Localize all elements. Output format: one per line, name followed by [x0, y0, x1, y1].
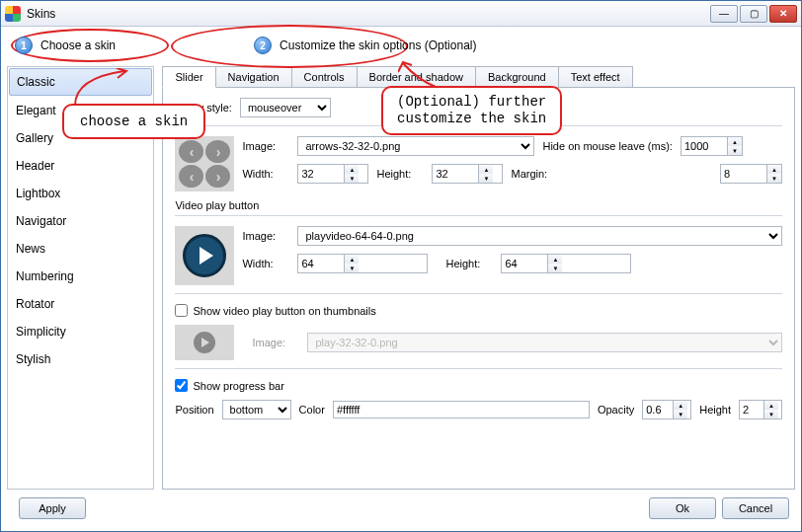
arrow-height-label: Height:: [376, 168, 424, 180]
progress-height-label: Height: [699, 404, 731, 416]
arrow-left-icon: ‹: [179, 165, 203, 188]
arrow-width-spinner[interactable]: ▲▼: [297, 164, 368, 184]
arrows-preview: ‹› ‹›: [175, 136, 234, 191]
step-2: 2 Customize the skin options (Optional): [254, 37, 476, 54]
video-image-select[interactable]: playvideo-64-64-0.png: [297, 226, 782, 246]
video-play-preview: [175, 226, 234, 285]
progress-opacity-spinner[interactable]: ▲▼: [642, 400, 691, 419]
app-icon: [5, 6, 21, 22]
small-play-icon: [194, 332, 215, 353]
video-height-spinner[interactable]: ▲▼: [501, 254, 631, 273]
thumb-play-checkbox[interactable]: [175, 304, 188, 317]
window-title: Skins: [27, 7, 710, 21]
skin-item-numbering[interactable]: Numbering: [8, 263, 153, 290]
tab-background[interactable]: Background: [475, 66, 559, 88]
dialog-footer: Apply Ok Cancel: [7, 490, 795, 525]
video-width-label: Width:: [242, 258, 289, 269]
arrow-image-label: Image:: [242, 140, 289, 152]
ok-button[interactable]: Ok: [649, 497, 716, 519]
arrow-margin-label: Margin:: [511, 168, 558, 180]
tab-controls[interactable]: Controls: [291, 66, 358, 88]
progress-color-label: Color: [299, 404, 325, 416]
skin-item-simplicity[interactable]: Simplicity: [8, 318, 153, 345]
skin-list[interactable]: ClassicElegantGalleryHeaderLightboxNavig…: [7, 66, 154, 490]
skin-item-news[interactable]: News: [8, 235, 153, 263]
skins-dialog: Skins — ▢ ✕ choose a skin (Optional) fur…: [0, 0, 802, 532]
video-image-label: Image:: [242, 230, 289, 242]
progress-opacity-label: Opacity: [598, 404, 634, 416]
step-1-badge: 1: [15, 37, 33, 54]
progress-checkbox[interactable]: [175, 379, 188, 392]
thumb-play-image-select: play-32-32-0.png: [307, 333, 782, 352]
progress-position-label: Position: [175, 404, 213, 416]
step-1: 1 Choose a skin: [15, 37, 116, 54]
video-width-spinner[interactable]: ▲▼: [297, 254, 428, 273]
progress-height-spinner[interactable]: ▲▼: [739, 400, 782, 419]
steps-header: 1 Choose a skin 2 Customize the skin opt…: [7, 33, 795, 66]
titlebar: Skins — ▢ ✕: [1, 1, 801, 27]
step-1-label: Choose a skin: [40, 38, 116, 52]
thumb-play-preview: [175, 325, 234, 360]
progress-position-select[interactable]: bottom: [222, 400, 291, 419]
tab-navigation[interactable]: Navigation: [215, 66, 292, 88]
tab-slider[interactable]: Slider: [162, 66, 215, 88]
tab-strip: SliderNavigationControlsBorder and shado…: [162, 66, 795, 88]
skin-item-header[interactable]: Header: [8, 152, 153, 180]
arrow-style-label: Arrow style:: [175, 102, 231, 114]
tab-border-and-shadow[interactable]: Border and shadow: [357, 66, 476, 88]
step-2-label: Customize the skin options (Optional): [280, 38, 476, 52]
step-2-badge: 2: [254, 37, 272, 54]
maximize-button[interactable]: ▢: [740, 5, 767, 23]
arrow-margin-spinner[interactable]: ▲▼: [720, 164, 782, 184]
minimize-button[interactable]: —: [710, 5, 738, 23]
arrow-image-select[interactable]: arrows-32-32-0.png: [297, 136, 534, 156]
cancel-button[interactable]: Cancel: [722, 497, 789, 519]
skin-item-navigator[interactable]: Navigator: [8, 207, 153, 235]
thumb-play-image-label: Image:: [252, 337, 299, 348]
play-icon: [183, 234, 226, 277]
skin-item-rotator[interactable]: Rotator: [8, 290, 153, 318]
close-button[interactable]: ✕: [769, 5, 797, 23]
skin-item-elegant[interactable]: Elegant: [8, 97, 153, 124]
video-section-title: Video play button: [175, 199, 782, 211]
progress-checkbox-label: Show progress bar: [193, 380, 283, 392]
arrow-left-icon: ‹: [179, 140, 203, 163]
slider-panel: Arrow style: mouseover ‹› ‹› Image: arro: [162, 87, 795, 490]
arrow-right-icon: ›: [205, 140, 230, 163]
skin-item-lightbox[interactable]: Lightbox: [8, 180, 153, 207]
progress-color-input[interactable]: [333, 401, 590, 418]
arrow-width-label: Width:: [242, 168, 289, 180]
skin-item-classic[interactable]: Classic: [9, 68, 152, 96]
apply-button[interactable]: Apply: [19, 497, 86, 519]
tab-text-effect[interactable]: Text effect: [558, 66, 633, 88]
arrow-style-select[interactable]: mouseover: [240, 98, 331, 117]
hide-leave-spinner[interactable]: ▲▼: [681, 136, 743, 156]
skin-item-stylish[interactable]: Stylish: [8, 345, 153, 373]
video-height-label: Height:: [445, 258, 493, 269]
arrow-right-icon: ›: [205, 165, 230, 188]
arrow-height-spinner[interactable]: ▲▼: [432, 164, 503, 184]
thumb-play-checkbox-label: Show video play button on thumbnails: [193, 305, 375, 317]
skin-item-gallery[interactable]: Gallery: [8, 124, 153, 152]
hide-leave-label: Hide on mouse leave (ms):: [542, 140, 672, 152]
